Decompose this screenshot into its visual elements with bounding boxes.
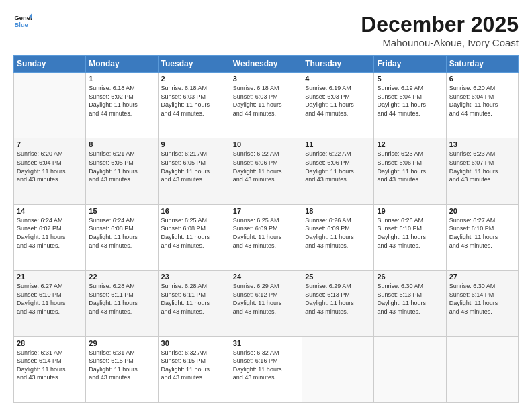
day-info: Sunrise: 6:26 AM Sunset: 6:09 PM Dayligh… — [305, 216, 371, 250]
calendar-week-1: 1Sunrise: 6:18 AM Sunset: 6:02 PM Daylig… — [14, 73, 519, 138]
day-info: Sunrise: 6:31 AM Sunset: 6:14 PM Dayligh… — [17, 349, 83, 382]
calendar-week-2: 7Sunrise: 6:20 AM Sunset: 6:04 PM Daylig… — [14, 138, 519, 204]
day-info: Sunrise: 6:30 AM Sunset: 6:14 PM Dayligh… — [449, 282, 515, 316]
day-number: 31 — [233, 339, 299, 347]
calendar-cell: 13Sunrise: 6:23 AM Sunset: 6:07 PM Dayli… — [446, 138, 518, 204]
weekday-header-thursday: Thursday — [302, 56, 374, 73]
logo-icon: General Blue — [13, 12, 32, 31]
day-info: Sunrise: 6:18 AM Sunset: 6:03 PM Dayligh… — [161, 84, 227, 118]
calendar-cell: 19Sunrise: 6:26 AM Sunset: 6:10 PM Dayli… — [374, 204, 446, 270]
day-number: 24 — [233, 273, 299, 281]
day-number: 28 — [17, 339, 83, 347]
calendar-cell: 23Sunrise: 6:28 AM Sunset: 6:11 PM Dayli… — [158, 271, 230, 336]
calendar-cell: 15Sunrise: 6:24 AM Sunset: 6:08 PM Dayli… — [86, 204, 158, 270]
calendar-week-4: 21Sunrise: 6:27 AM Sunset: 6:10 PM Dayli… — [14, 271, 519, 336]
day-info: Sunrise: 6:23 AM Sunset: 6:07 PM Dayligh… — [449, 150, 515, 183]
day-info: Sunrise: 6:25 AM Sunset: 6:09 PM Dayligh… — [233, 216, 299, 250]
day-number: 11 — [305, 140, 371, 148]
day-number: 29 — [89, 339, 154, 347]
day-info: Sunrise: 6:28 AM Sunset: 6:11 PM Dayligh… — [89, 282, 154, 316]
calendar-cell — [14, 73, 86, 138]
calendar-cell: 7Sunrise: 6:20 AM Sunset: 6:04 PM Daylig… — [14, 138, 86, 204]
calendar-cell: 22Sunrise: 6:28 AM Sunset: 6:11 PM Dayli… — [86, 271, 158, 336]
day-number: 27 — [449, 273, 515, 281]
calendar-cell: 25Sunrise: 6:29 AM Sunset: 6:13 PM Dayli… — [302, 271, 374, 336]
day-number: 5 — [377, 75, 443, 83]
calendar-cell: 24Sunrise: 6:29 AM Sunset: 6:12 PM Dayli… — [230, 271, 302, 336]
day-number: 7 — [17, 140, 83, 148]
day-info: Sunrise: 6:19 AM Sunset: 6:03 PM Dayligh… — [305, 84, 371, 118]
calendar-cell — [302, 336, 374, 402]
calendar-cell: 5Sunrise: 6:19 AM Sunset: 6:04 PM Daylig… — [374, 73, 446, 138]
day-info: Sunrise: 6:25 AM Sunset: 6:08 PM Dayligh… — [161, 216, 227, 250]
day-number: 8 — [89, 140, 154, 148]
day-info: Sunrise: 6:32 AM Sunset: 6:15 PM Dayligh… — [161, 349, 227, 382]
calendar-cell: 9Sunrise: 6:21 AM Sunset: 6:05 PM Daylig… — [158, 138, 230, 204]
day-info: Sunrise: 6:24 AM Sunset: 6:07 PM Dayligh… — [17, 216, 83, 250]
day-number: 17 — [233, 207, 299, 215]
day-number: 6 — [449, 75, 515, 83]
weekday-header-wednesday: Wednesday — [230, 56, 302, 73]
calendar-cell — [374, 336, 446, 402]
svg-text:Blue: Blue — [15, 21, 28, 28]
day-number: 9 — [161, 140, 227, 148]
calendar-week-5: 28Sunrise: 6:31 AM Sunset: 6:14 PM Dayli… — [14, 336, 519, 402]
calendar-cell: 1Sunrise: 6:18 AM Sunset: 6:02 PM Daylig… — [86, 73, 158, 138]
weekday-header-saturday: Saturday — [446, 56, 518, 73]
calendar-cell: 4Sunrise: 6:19 AM Sunset: 6:03 PM Daylig… — [302, 73, 374, 138]
weekday-header-tuesday: Tuesday — [158, 56, 230, 73]
calendar-cell: 12Sunrise: 6:23 AM Sunset: 6:06 PM Dayli… — [374, 138, 446, 204]
day-number: 20 — [449, 207, 515, 215]
calendar-header-row: SundayMondayTuesdayWednesdayThursdayFrid… — [14, 56, 519, 73]
day-info: Sunrise: 6:22 AM Sunset: 6:06 PM Dayligh… — [305, 150, 371, 183]
day-number: 12 — [377, 140, 443, 148]
calendar-cell: 14Sunrise: 6:24 AM Sunset: 6:07 PM Dayli… — [14, 204, 86, 270]
day-number: 26 — [377, 273, 443, 281]
day-number: 22 — [89, 273, 154, 281]
calendar-cell: 6Sunrise: 6:20 AM Sunset: 6:04 PM Daylig… — [446, 73, 518, 138]
calendar-cell: 31Sunrise: 6:32 AM Sunset: 6:16 PM Dayli… — [230, 336, 302, 402]
month-title: December 2025 — [361, 12, 519, 37]
day-info: Sunrise: 6:24 AM Sunset: 6:08 PM Dayligh… — [89, 216, 154, 250]
weekday-header-sunday: Sunday — [14, 56, 86, 73]
day-info: Sunrise: 6:20 AM Sunset: 6:04 PM Dayligh… — [449, 84, 515, 118]
day-info: Sunrise: 6:26 AM Sunset: 6:10 PM Dayligh… — [377, 216, 443, 250]
weekday-header-friday: Friday — [374, 56, 446, 73]
day-info: Sunrise: 6:27 AM Sunset: 6:10 PM Dayligh… — [17, 282, 83, 316]
header: General Blue December 2025 Mahounou-Akou… — [13, 12, 519, 48]
day-number: 10 — [233, 140, 299, 148]
logo: General Blue — [13, 12, 32, 31]
day-number: 1 — [89, 75, 154, 83]
weekday-header-monday: Monday — [86, 56, 158, 73]
calendar-cell: 10Sunrise: 6:22 AM Sunset: 6:06 PM Dayli… — [230, 138, 302, 204]
day-info: Sunrise: 6:31 AM Sunset: 6:15 PM Dayligh… — [89, 349, 154, 382]
day-number: 2 — [161, 75, 227, 83]
day-number: 30 — [161, 339, 227, 347]
day-number: 13 — [449, 140, 515, 148]
day-info: Sunrise: 6:18 AM Sunset: 6:02 PM Dayligh… — [89, 84, 154, 118]
calendar-cell: 18Sunrise: 6:26 AM Sunset: 6:09 PM Dayli… — [302, 204, 374, 270]
calendar-cell: 17Sunrise: 6:25 AM Sunset: 6:09 PM Dayli… — [230, 204, 302, 270]
day-number: 23 — [161, 273, 227, 281]
calendar-week-3: 14Sunrise: 6:24 AM Sunset: 6:07 PM Dayli… — [14, 204, 519, 270]
day-info: Sunrise: 6:19 AM Sunset: 6:04 PM Dayligh… — [377, 84, 443, 118]
calendar-table: SundayMondayTuesdayWednesdayThursdayFrid… — [13, 55, 519, 403]
location-title: Mahounou-Akoue, Ivory Coast — [361, 37, 519, 48]
day-number: 4 — [305, 75, 371, 83]
day-info: Sunrise: 6:20 AM Sunset: 6:04 PM Dayligh… — [17, 150, 83, 183]
calendar-cell — [446, 336, 518, 402]
calendar-cell: 20Sunrise: 6:27 AM Sunset: 6:10 PM Dayli… — [446, 204, 518, 270]
day-number: 16 — [161, 207, 227, 215]
day-info: Sunrise: 6:21 AM Sunset: 6:05 PM Dayligh… — [89, 150, 154, 183]
day-number: 21 — [17, 273, 83, 281]
day-number: 15 — [89, 207, 154, 215]
title-block: December 2025 Mahounou-Akoue, Ivory Coas… — [361, 12, 519, 48]
day-info: Sunrise: 6:32 AM Sunset: 6:16 PM Dayligh… — [233, 349, 299, 382]
day-info: Sunrise: 6:28 AM Sunset: 6:11 PM Dayligh… — [161, 282, 227, 316]
calendar-cell: 11Sunrise: 6:22 AM Sunset: 6:06 PM Dayli… — [302, 138, 374, 204]
day-info: Sunrise: 6:27 AM Sunset: 6:10 PM Dayligh… — [449, 216, 515, 250]
calendar-cell: 2Sunrise: 6:18 AM Sunset: 6:03 PM Daylig… — [158, 73, 230, 138]
calendar-cell: 28Sunrise: 6:31 AM Sunset: 6:14 PM Dayli… — [14, 336, 86, 402]
calendar-cell: 16Sunrise: 6:25 AM Sunset: 6:08 PM Dayli… — [158, 204, 230, 270]
day-info: Sunrise: 6:21 AM Sunset: 6:05 PM Dayligh… — [161, 150, 227, 183]
